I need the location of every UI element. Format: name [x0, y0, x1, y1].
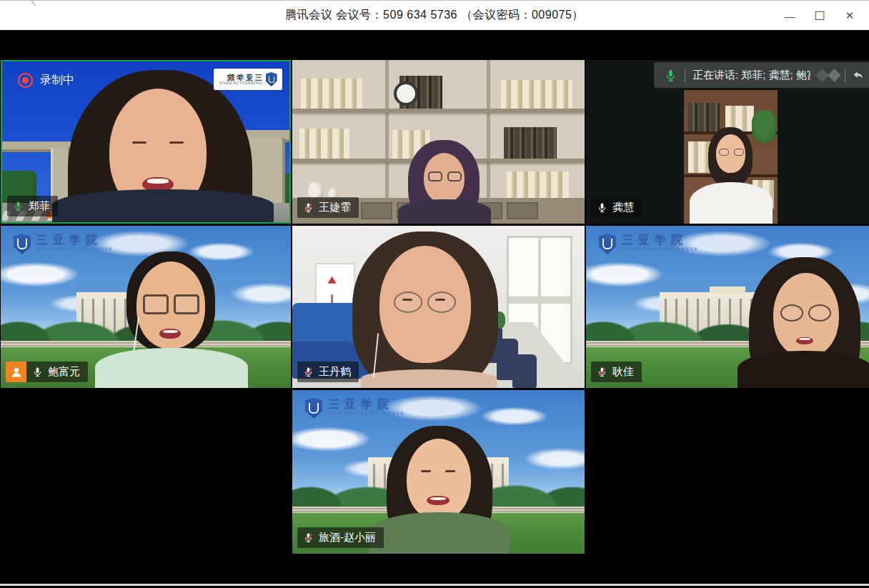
host-badge-icon	[6, 362, 26, 382]
video-grid: 录制中 三亚学院 UNIVERSITY OF SANYA 郑菲	[0, 30, 869, 586]
video-tile-baofuyuan[interactable]: 三亚学院 UNIVERSITY OF SANYA 鲍富元	[1, 226, 291, 388]
banner-divider	[845, 68, 845, 82]
body-art	[738, 351, 869, 388]
body-art	[52, 189, 274, 222]
eye-art	[169, 141, 184, 144]
mic-muted-icon	[303, 532, 314, 543]
eye-art	[132, 141, 147, 144]
participant-name: 王丹鹤	[319, 365, 351, 379]
mic-active-icon	[664, 69, 677, 82]
mic-on-icon	[597, 202, 607, 213]
books-art	[299, 129, 349, 159]
body-art	[369, 512, 510, 554]
recording-dot-icon	[18, 73, 33, 88]
mic-muted-icon	[303, 202, 314, 213]
recording-badge: 录制中	[18, 73, 74, 88]
video-tile-wangjiefei[interactable]: 王婕霏	[292, 60, 585, 224]
university-name-en: UNIVERSITY OF SANYA	[219, 81, 262, 86]
university-name-cn: 三亚学院	[219, 74, 262, 81]
body-art	[361, 369, 497, 388]
university-shield-icon	[305, 398, 322, 419]
university-logo: 三亚学院 UNIVERSITY OF SANYA	[14, 234, 113, 254]
participant-name-tag: 耿佳	[591, 362, 642, 382]
shelf-art	[292, 109, 585, 113]
participant-name-tag: 王丹鹤	[297, 362, 359, 382]
university-name-en: UNIVERSITY OF SANYA	[622, 246, 698, 252]
eye-art	[421, 470, 431, 472]
drawer-art	[361, 202, 392, 219]
participant-name: 龚慧	[612, 201, 634, 214]
mic-active-icon	[13, 201, 24, 211]
recording-label: 录制中	[40, 73, 74, 88]
chair-art	[512, 354, 537, 388]
university-name-en: UNIVERSITY OF SANYA	[36, 246, 113, 252]
collapse-arrow-icon[interactable]	[851, 69, 865, 82]
video-tile-wangdanhe[interactable]: 王丹鹤	[292, 226, 585, 388]
wall-clock-art	[394, 81, 418, 106]
eye-art	[402, 299, 412, 301]
books-art	[507, 171, 570, 200]
books-art	[504, 127, 557, 159]
university-shield-icon	[14, 234, 31, 254]
books-art	[688, 103, 720, 131]
university-shield-icon	[599, 234, 616, 254]
participant-name: 郑菲	[29, 199, 50, 213]
mouth-art	[159, 329, 181, 339]
shelf-art	[385, 60, 389, 199]
participant-name: 鲍富元	[48, 365, 80, 379]
minimize-button[interactable]: —	[775, 1, 805, 31]
body-art	[690, 182, 773, 224]
university-name-en: UNIVERSITY OF SANYA	[328, 410, 404, 417]
video-tile-gengjia[interactable]: 三亚学院 UNIVERSITY OF SANYA 耿佳	[586, 226, 869, 388]
page-forward-icon[interactable]	[828, 69, 840, 81]
plant-art	[752, 110, 776, 143]
close-button[interactable]: ✕	[835, 1, 865, 31]
books-art	[301, 79, 362, 109]
banner-divider	[685, 68, 685, 82]
participant-name-tag: 旅酒-赵小丽	[297, 527, 384, 548]
body-art	[398, 199, 491, 224]
window-controls: — ☐ ✕	[775, 1, 865, 31]
participant-name-tag: 王婕霏	[297, 197, 359, 218]
mouth-art	[427, 496, 450, 505]
face-art	[407, 439, 471, 520]
window-bottom-edge	[0, 584, 869, 586]
meeting-title: 腾讯会议 会议号：509 634 5736 （会议密码：009075）	[0, 8, 869, 23]
speaking-now-text: 正在讲话: 郑菲; 龚慧; 鲍富...	[692, 69, 810, 82]
books-art	[501, 80, 572, 109]
video-tile-zhaoxiaoli[interactable]: 三亚学院 UNIVERSITY OF SANYA 旅酒-赵小丽	[292, 390, 585, 554]
university-logo: 三亚学院 UNIVERSITY OF SANYA	[599, 234, 698, 254]
participant-name-tag: 龚慧	[591, 197, 642, 218]
university-name-cn: 三亚学院	[36, 234, 113, 246]
mic-on-icon	[32, 367, 43, 377]
participant-name-tag: 郑菲	[7, 196, 58, 216]
active-speaker-banner: 正在讲话: 郑菲; 龚慧; 鲍富...	[654, 62, 869, 88]
background-tab-corner	[20, 1, 36, 6]
mouth-art	[796, 337, 813, 344]
mic-muted-icon	[597, 367, 607, 377]
banner-pager	[818, 68, 865, 82]
drawer-art	[507, 202, 538, 219]
participant-name: 王婕霏	[319, 201, 351, 214]
university-shield-icon	[266, 72, 277, 86]
university-logo: 三亚学院 UNIVERSITY OF SANYA	[305, 398, 404, 419]
participant-name: 耿佳	[612, 365, 634, 379]
portrait-video	[684, 90, 778, 224]
shelf-art	[487, 60, 490, 199]
participant-name-tag: 鲍富元	[6, 362, 88, 382]
university-name-cn: 三亚学院	[328, 398, 404, 410]
maximize-button[interactable]: ☐	[805, 1, 835, 31]
eye-art	[435, 299, 445, 301]
mic-muted-icon	[303, 367, 314, 377]
university-name-cn: 三亚学院	[622, 234, 698, 246]
window-title-bar: 腾讯会议 会议号：509 634 5736 （会议密码：009075） — ☐ …	[0, 0, 869, 30]
participant-name: 旅酒-赵小丽	[319, 531, 376, 544]
video-tile-zhengfei[interactable]: 录制中 三亚学院 UNIVERSITY OF SANYA 郑菲	[1, 60, 291, 224]
body-art	[95, 348, 248, 388]
university-watermark-mirrored: 三亚学院 UNIVERSITY OF SANYA	[214, 69, 282, 90]
eye-art	[445, 470, 455, 472]
